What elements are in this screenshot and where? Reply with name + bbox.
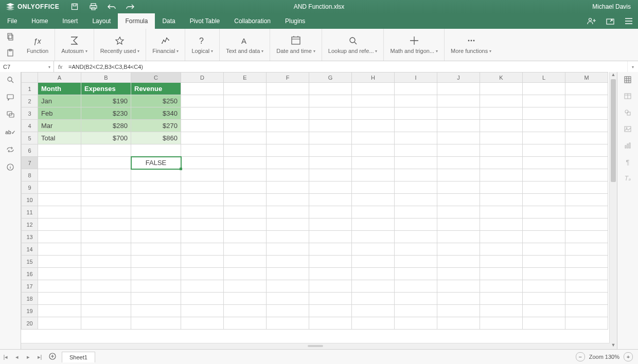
cell-I1[interactable] <box>395 83 437 95</box>
sheet-nav-next[interactable]: ▸ <box>23 354 34 360</box>
cell-F4[interactable] <box>267 120 309 132</box>
cell-L19[interactable] <box>523 305 565 317</box>
cell-A20[interactable] <box>38 317 81 330</box>
cell-D17[interactable] <box>181 280 224 293</box>
cell-J19[interactable] <box>437 305 480 317</box>
cell-F17[interactable] <box>267 280 309 293</box>
cell-E5[interactable] <box>224 132 267 144</box>
cell-A16[interactable] <box>38 268 81 280</box>
col-header-M[interactable]: M <box>565 72 608 83</box>
paste-button[interactable] <box>6 49 14 57</box>
row-header-12[interactable]: 12 <box>22 219 38 231</box>
row-header-13[interactable]: 13 <box>22 231 38 243</box>
cell-D11[interactable] <box>181 206 224 219</box>
cell-M9[interactable] <box>565 181 608 194</box>
cell-H4[interactable] <box>352 120 395 132</box>
cell-K13[interactable] <box>480 231 523 243</box>
row-header-14[interactable]: 14 <box>22 243 38 256</box>
cell-D19[interactable] <box>181 305 224 317</box>
cell-G6[interactable] <box>309 144 352 157</box>
cell-D7[interactable] <box>181 157 224 169</box>
cell-C14[interactable] <box>131 243 181 256</box>
cell-J9[interactable] <box>437 181 480 194</box>
cell-G7[interactable] <box>309 157 352 169</box>
cell-G9[interactable] <box>309 181 352 194</box>
cell-E1[interactable] <box>224 83 267 95</box>
cell-C5[interactable]: $860 <box>131 132 181 144</box>
cell-I4[interactable] <box>395 120 437 132</box>
cell-L10[interactable] <box>523 194 565 206</box>
cell-A8[interactable] <box>38 169 81 181</box>
ribbon-math[interactable]: Math and trigon...▾ <box>384 29 445 61</box>
cell-L11[interactable] <box>523 206 565 219</box>
shape-settings-button[interactable] <box>622 108 634 117</box>
cell-G15[interactable] <box>309 256 352 268</box>
cell-K16[interactable] <box>480 268 523 280</box>
cell-E9[interactable] <box>224 181 267 194</box>
cell-L13[interactable] <box>523 231 565 243</box>
cell-B9[interactable] <box>81 181 131 194</box>
cell-I18[interactable] <box>395 293 437 305</box>
cell-B20[interactable] <box>81 317 131 330</box>
cell-L5[interactable] <box>523 132 565 144</box>
cell-E11[interactable] <box>224 206 267 219</box>
cell-F19[interactable] <box>267 305 309 317</box>
ribbon-lookup[interactable]: Lookup and refe...▾ <box>322 29 384 61</box>
cell-B1[interactable]: Expenses <box>81 83 131 95</box>
cell-C9[interactable] <box>131 181 181 194</box>
cell-A4[interactable]: Mar <box>38 120 81 132</box>
cell-B19[interactable] <box>81 305 131 317</box>
cell-F3[interactable] <box>267 107 309 120</box>
cell-I12[interactable] <box>395 219 437 231</box>
cell-G18[interactable] <box>309 293 352 305</box>
cell-L16[interactable] <box>523 268 565 280</box>
cell-E15[interactable] <box>224 256 267 268</box>
menu-layout[interactable]: Layout <box>85 13 118 29</box>
cell-M18[interactable] <box>565 293 608 305</box>
cell-K3[interactable] <box>480 107 523 120</box>
cell-H7[interactable] <box>352 157 395 169</box>
cell-G4[interactable] <box>309 120 352 132</box>
cell-F11[interactable] <box>267 206 309 219</box>
cell-D13[interactable] <box>181 231 224 243</box>
cell-M6[interactable] <box>565 144 608 157</box>
ribbon-datetime[interactable]: Date and time▾ <box>270 29 322 61</box>
cell-K20[interactable] <box>480 317 523 330</box>
cell-M7[interactable] <box>565 157 608 169</box>
cell-A11[interactable] <box>38 206 81 219</box>
ribbon-autosum[interactable]: Autosum▾ <box>55 29 94 61</box>
user-name[interactable]: Michael Davis <box>585 3 638 10</box>
cell-F6[interactable] <box>267 144 309 157</box>
cell-A5[interactable]: Total <box>38 132 81 144</box>
cell-M4[interactable] <box>565 120 608 132</box>
spreadsheet-grid[interactable]: ABCDEFGHIJKLM1MonthExpensesRevenue2Jan$1… <box>21 72 617 350</box>
cell-M16[interactable] <box>565 268 608 280</box>
row-header-16[interactable]: 16 <box>22 268 38 280</box>
cell-A13[interactable] <box>38 231 81 243</box>
cell-F20[interactable] <box>267 317 309 330</box>
cell-K6[interactable] <box>480 144 523 157</box>
sheet-tab[interactable]: Sheet1 <box>62 352 95 362</box>
menu-formula[interactable]: Formula <box>118 13 155 29</box>
cell-H18[interactable] <box>352 293 395 305</box>
cell-A17[interactable] <box>38 280 81 293</box>
cell-C20[interactable] <box>131 317 181 330</box>
cell-J20[interactable] <box>437 317 480 330</box>
cell-C8[interactable] <box>131 169 181 181</box>
open-location-button[interactable] <box>601 17 619 25</box>
hamburger-button[interactable] <box>619 18 638 24</box>
cell-J13[interactable] <box>437 231 480 243</box>
cell-F10[interactable] <box>267 194 309 206</box>
cell-I2[interactable] <box>395 95 437 107</box>
cell-L2[interactable] <box>523 95 565 107</box>
cell-F7[interactable] <box>267 157 309 169</box>
cell-J10[interactable] <box>437 194 480 206</box>
cell-I7[interactable] <box>395 157 437 169</box>
cell-H1[interactable] <box>352 83 395 95</box>
cell-B2[interactable]: $190 <box>81 95 131 107</box>
cell-A9[interactable] <box>38 181 81 194</box>
sheet-nav-prev[interactable]: ◂ <box>11 354 23 360</box>
menu-data[interactable]: Data <box>155 13 182 29</box>
cell-I14[interactable] <box>395 243 437 256</box>
cell-F16[interactable] <box>267 268 309 280</box>
